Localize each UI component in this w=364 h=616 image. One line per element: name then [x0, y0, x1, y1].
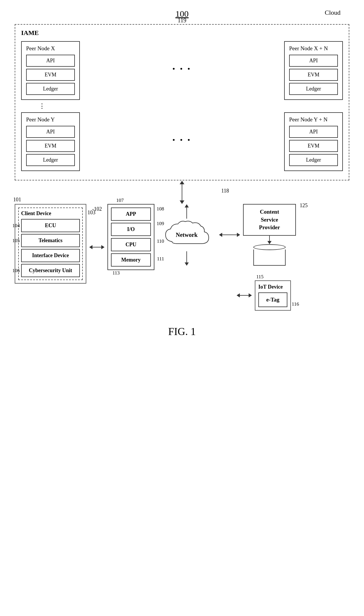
peer-node-y-ledger: Ledger: [26, 154, 75, 166]
arrow-head-down-iame: [180, 200, 184, 204]
etag-box: e-Tag: [258, 292, 287, 307]
peer-node-x-ledger: Ledger: [26, 83, 75, 95]
ref-103: 103: [87, 210, 95, 216]
gateway-app-box: APP: [111, 207, 151, 221]
ref-104: 104: [12, 223, 20, 229]
peer-node-x-evm: EVM: [26, 69, 75, 81]
peer-node-xn-evm: EVM: [289, 69, 338, 81]
iot-label: IoT Device: [258, 284, 287, 290]
network-area: Network: [163, 204, 210, 266]
network-csp-arrow: [219, 233, 240, 237]
vertical-dots: ⋮: [21, 102, 343, 110]
ref-105: 105: [12, 238, 20, 244]
csp-area: 125 ContentServiceProvider: [219, 204, 296, 266]
iame-box: 119 IAME Peer Node X API EVM Ledger • • …: [15, 24, 349, 180]
gateway-memory-box: Memory: [111, 253, 151, 267]
peer-node-y-evm: EVM: [26, 140, 75, 152]
iame-label: IAME: [21, 29, 343, 37]
peer-node-yn: Peer Node Y + N API EVM Ledger: [284, 112, 343, 171]
ref-106: 106: [12, 268, 20, 274]
client-device-inner: 103 Client Device 104 ECU 105 Telematics: [18, 207, 83, 280]
network-gateway-arrow: [185, 251, 189, 266]
horizontal-dots-bottom: • • •: [172, 136, 191, 145]
ref-116: 116: [292, 301, 299, 307]
gateway-network-arrow: [185, 204, 189, 219]
iot-outer-box: IoT Device 116 e-Tag: [255, 280, 291, 311]
ref-118: 118: [221, 188, 229, 194]
ref-101: 101: [13, 197, 21, 203]
network-label: Network: [176, 232, 198, 238]
gateway-device: 108 109 110 111 APP I/O CPU Memory 113: [107, 204, 154, 270]
csp-box: ContentServiceProvider: [243, 204, 296, 236]
client-device-label: Client Device: [21, 210, 80, 217]
client-device-outer: -102 103 Client Device 104 ECU 105: [15, 204, 86, 284]
cloud-label: Cloud: [325, 9, 341, 16]
gateway-io-box: I/O: [111, 223, 151, 236]
cybersecurity-box: Cybersecurity Unit: [21, 264, 80, 277]
arrow-line-iame-network: [182, 184, 182, 200]
fig-label: FIG. 1: [15, 325, 349, 338]
telematics-row: 105 Telematics: [21, 234, 80, 247]
client-gateway-arrow: [89, 245, 105, 249]
database-cylinder: [253, 244, 286, 266]
interface-device-box: Interface Device: [21, 249, 80, 262]
ref-119: 119: [178, 17, 186, 24]
csp-container: 125 ContentServiceProvider: [243, 204, 296, 266]
ref-115: 115: [256, 274, 264, 280]
peer-node-x-api: API: [26, 55, 75, 67]
network-cloud: Network: [163, 219, 210, 251]
peer-node-xn-label: Peer Node X + N: [289, 45, 338, 52]
right-section: 125 ContentServiceProvider: [219, 204, 349, 311]
ref-113: 113: [112, 270, 120, 276]
cybersecurity-row: 106 Cybersecurity Unit: [21, 264, 80, 277]
telematics-box: Telematics: [21, 234, 80, 247]
peer-node-x: Peer Node X API EVM Ledger: [21, 41, 80, 100]
ecu-box: ECU: [21, 219, 80, 232]
interface-device-row: Interface Device: [21, 249, 80, 262]
ecu-row: 104 ECU: [21, 219, 80, 232]
arrow-head-up-iame: [180, 181, 184, 184]
gateway-cpu-box: CPU: [111, 238, 151, 251]
gateway-container: 107 108 109 110 111 APP I/O CPU Memory 1…: [107, 204, 154, 270]
bottom-section: 101 -102 103 Client Device 104 ECU: [15, 204, 349, 311]
peer-node-xn-api: API: [289, 55, 338, 67]
peer-node-x-label: Peer Node X: [26, 45, 75, 52]
peer-node-xn-ledger: Ledger: [289, 83, 338, 95]
ref-107: 107: [116, 197, 124, 203]
peer-node-y: Peer Node Y API EVM Ledger: [21, 112, 80, 171]
iot-area: 115 IoT Device 116 e-Tag: [237, 280, 291, 311]
memory-etag-arrow: [237, 293, 252, 297]
iot-container: 115 IoT Device 116 e-Tag: [255, 280, 291, 311]
peer-node-y-api: API: [26, 126, 75, 138]
iame-network-arrow-area: 118: [15, 180, 349, 204]
peer-node-xn: Peer Node X + N API EVM Ledger: [284, 41, 343, 100]
peer-node-yn-ledger: Ledger: [289, 154, 338, 166]
client-device-container: 101 -102 103 Client Device 104 ECU: [15, 204, 86, 284]
horizontal-dots-top: • • •: [172, 65, 191, 73]
peer-node-yn-label: Peer Node Y + N: [289, 116, 338, 123]
peer-node-y-label: Peer Node Y: [26, 116, 75, 123]
ref-125: 125: [300, 202, 308, 209]
peer-node-yn-api: API: [289, 126, 338, 138]
peer-node-yn-evm: EVM: [289, 140, 338, 152]
csp-db-arrow: [243, 236, 296, 244]
